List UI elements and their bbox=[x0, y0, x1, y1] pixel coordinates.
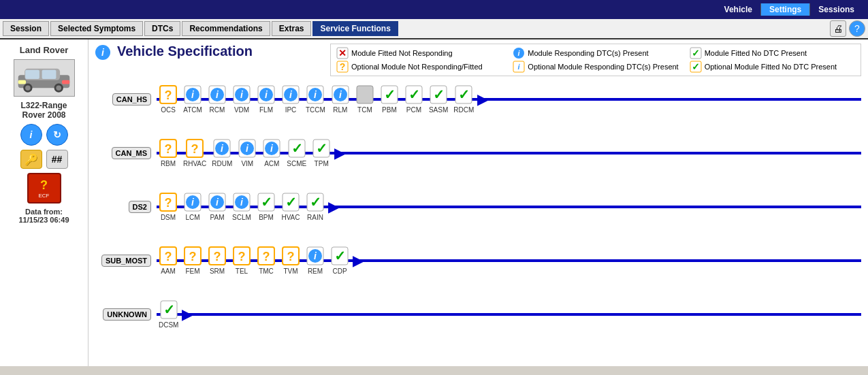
module-bpm[interactable]: ✓ BPM bbox=[257, 192, 276, 221]
legend-item-5: i Optional Module Responding DTC(s) Pres… bbox=[513, 61, 678, 73]
tab-dtcs[interactable]: DTCs bbox=[144, 21, 180, 36]
svg-point-5 bbox=[56, 85, 61, 91]
car-name: Land Rover bbox=[20, 45, 69, 55]
tab-service-functions[interactable]: Service Functions bbox=[312, 21, 398, 36]
module-tccm[interactable]: i TCCM bbox=[306, 84, 325, 114]
bus-arrow-can_hs: ▶ bbox=[477, 91, 487, 108]
module-label-rain: RAIN bbox=[307, 214, 323, 221]
module-label-vdm: VDM bbox=[234, 106, 249, 114]
legend: ✕ Module Fitted Not Responding i Module … bbox=[330, 44, 861, 76]
tab-recommendations[interactable]: Recommendations bbox=[182, 21, 270, 36]
svg-text:✕: ✕ bbox=[338, 48, 347, 59]
module-flm[interactable]: i FLM bbox=[257, 84, 276, 114]
nav-bar: Session Selected Symptoms DTCs Recommend… bbox=[0, 19, 868, 39]
ecf-badge[interactable]: ? ECF bbox=[27, 173, 61, 203]
module-acm[interactable]: i ACM bbox=[262, 138, 281, 167]
svg-rect-8 bbox=[18, 80, 26, 84]
bus-row-can_ms: CAN_MS ? RBM ? RHVAC i RDUM i VIM i ACM … bbox=[95, 138, 861, 167]
module-hvac[interactable]: ✓ HVAC bbox=[281, 192, 300, 221]
bus-arrow-unknown: ▶ bbox=[182, 306, 192, 323]
tab-selected-symptoms[interactable]: Selected Symptoms bbox=[50, 21, 143, 36]
module-vim[interactable]: i VIM bbox=[238, 138, 257, 167]
module-srm[interactable]: ? SRM bbox=[208, 246, 227, 275]
module-pcm[interactable]: ✓ PCM bbox=[404, 84, 423, 114]
tab-extras[interactable]: Extras bbox=[272, 21, 312, 36]
refresh-button[interactable]: ↻ bbox=[46, 124, 68, 146]
module-lcm[interactable]: i LCM bbox=[183, 192, 202, 221]
module-ocs[interactable]: ? OCS bbox=[159, 84, 178, 114]
ecf-label: ECF bbox=[39, 193, 50, 199]
module-pam[interactable]: i PAM bbox=[208, 192, 227, 221]
module-fem[interactable]: ? FEM bbox=[183, 246, 202, 275]
print-icon[interactable]: 🖨 bbox=[830, 20, 846, 37]
svg-text:?: ? bbox=[263, 250, 270, 263]
module-tpm[interactable]: ✓ TPM bbox=[312, 138, 331, 167]
module-scme[interactable]: ✓ SCME bbox=[287, 138, 306, 167]
module-rbm[interactable]: ? RBM bbox=[159, 138, 178, 167]
module-rdum[interactable]: i RDUM bbox=[212, 138, 232, 167]
top-bar: Vehicle Settings Sessions bbox=[0, 0, 868, 19]
hash-icon[interactable]: ## bbox=[46, 150, 68, 169]
legend-item-3: ✓ Module Fitted No DTC Present bbox=[690, 47, 855, 59]
module-label-vim: VIM bbox=[241, 160, 253, 167]
module-cdp[interactable]: ✓ CDP bbox=[330, 246, 349, 275]
module-label-scme: SCME bbox=[287, 160, 306, 167]
module-label-bpm: BPM bbox=[259, 214, 274, 221]
sessions-link[interactable]: Sessions bbox=[810, 3, 863, 16]
car-model: L322-RangeRover 2008 bbox=[20, 101, 67, 120]
svg-text:?: ? bbox=[165, 88, 172, 102]
tab-session[interactable]: Session bbox=[3, 21, 49, 36]
bus-label-can_ms: CAN_MS bbox=[112, 147, 151, 159]
svg-rect-6 bbox=[25, 69, 39, 78]
svg-text:✓: ✓ bbox=[692, 48, 700, 59]
main-content: i Vehicle Specification ✕ Module Fitted … bbox=[89, 39, 868, 366]
module-dsm[interactable]: ? DSM bbox=[159, 192, 178, 221]
module-pbm[interactable]: ✓ PBM bbox=[380, 84, 399, 114]
module-dcsm[interactable]: ✓ DCSM bbox=[159, 299, 178, 329]
module-label-rhvac: RHVAC bbox=[183, 160, 206, 167]
svg-text:?: ? bbox=[238, 250, 246, 263]
svg-text:?: ? bbox=[287, 250, 295, 263]
module-label-ocs: OCS bbox=[161, 106, 176, 114]
vehicle-link[interactable]: Vehicle bbox=[716, 3, 761, 16]
bus-label-ds2: DS2 bbox=[129, 201, 151, 213]
svg-text:✓: ✓ bbox=[408, 87, 419, 102]
module-rhvac[interactable]: ? RHVAC bbox=[183, 138, 206, 167]
module-tvm[interactable]: ? TVM bbox=[281, 246, 300, 275]
svg-text:✓: ✓ bbox=[316, 141, 327, 156]
settings-link[interactable]: Settings bbox=[761, 3, 810, 16]
module-sasm[interactable]: ✓ SASM bbox=[429, 84, 448, 114]
module-rain[interactable]: ✓ RAIN bbox=[306, 192, 325, 221]
svg-text:?: ? bbox=[165, 250, 172, 263]
info-button[interactable]: i bbox=[20, 124, 42, 146]
bus-label-can_hs: CAN_HS bbox=[112, 93, 151, 105]
module-ipc[interactable]: i IPC bbox=[281, 84, 300, 114]
module-label-rlm: RLM bbox=[333, 106, 347, 114]
module-tel[interactable]: ? TEL bbox=[232, 246, 251, 275]
legend-item-6: ✓ Optional Module Fitted No DTC Present bbox=[690, 61, 855, 73]
module-label-tmc: TMC bbox=[259, 267, 274, 275]
key-icon[interactable]: 🔑 bbox=[20, 150, 42, 169]
module-rdcm[interactable]: ✓ RDCM bbox=[453, 84, 474, 114]
module-rem[interactable]: i REM bbox=[306, 246, 325, 275]
module-tmc[interactable]: ? TMC bbox=[257, 246, 276, 275]
svg-text:✓: ✓ bbox=[163, 302, 174, 317]
module-tcm[interactable]: TCM bbox=[355, 84, 374, 114]
svg-text:✓: ✓ bbox=[433, 87, 445, 102]
module-label-atcm: ATCM bbox=[183, 106, 202, 114]
data-from: Data from: 11/15/23 06:49 bbox=[18, 208, 69, 224]
svg-text:?: ? bbox=[191, 142, 199, 156]
module-vdm[interactable]: i VDM bbox=[232, 84, 251, 114]
module-rcm[interactable]: i RCM bbox=[208, 84, 227, 114]
module-label-dcsm: DCSM bbox=[159, 321, 178, 329]
help-icon[interactable]: ? bbox=[849, 20, 865, 37]
module-label-cdp: CDP bbox=[332, 267, 347, 275]
module-atcm[interactable]: i ATCM bbox=[183, 84, 202, 114]
module-sclm[interactable]: i SCLM bbox=[232, 192, 251, 221]
module-rlm[interactable]: i RLM bbox=[331, 84, 350, 114]
svg-rect-45 bbox=[357, 86, 373, 103]
module-aam[interactable]: ? AAM bbox=[159, 246, 178, 275]
module-label-rem: REM bbox=[308, 267, 323, 275]
bus-arrow-ds2: ▶ bbox=[328, 199, 338, 215]
bus-row-unknown: UNKNOWN ✓ DCSM▶ bbox=[95, 299, 861, 329]
